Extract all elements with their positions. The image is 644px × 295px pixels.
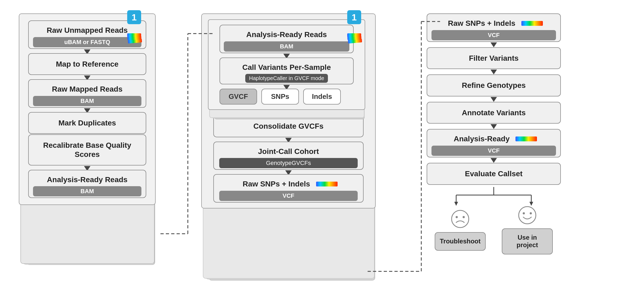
frown-icon xyxy=(451,210,470,228)
box-evaluate-callset: Evaluate Callset xyxy=(427,163,561,185)
box-annotate-variants: Annotate Variants xyxy=(427,102,561,124)
raw-snps-col3-title: Raw SNPs + Indels xyxy=(445,17,518,30)
recalibrate-title: Recalibrate Base Quality Scores xyxy=(33,139,141,161)
analysis-ready-reads-sub: BAM xyxy=(33,186,141,196)
badge-col1: 1 xyxy=(127,10,141,24)
smile-icon xyxy=(518,206,537,225)
ar-vcf-sub: VCF xyxy=(431,146,556,156)
svg-marker-5 xyxy=(529,202,533,206)
svg-point-8 xyxy=(463,216,465,218)
svg-marker-4 xyxy=(454,202,458,206)
svg-point-10 xyxy=(523,212,525,214)
box-analysis-ready-vcf: Analysis-Ready VCF xyxy=(427,129,561,157)
box-call-variants: Call Variants Per-Sample HaplotypeCaller… xyxy=(219,57,354,85)
snps-label: SNPs xyxy=(271,92,289,101)
box-analysis-ready-bam: Analysis-Ready Reads BAM xyxy=(219,25,354,53)
joint-call-sub: GenotypeGVCFs xyxy=(219,158,358,168)
diagram-container: 1 Raw Unmapped Reads uBAM or FASTQ Map t… xyxy=(0,0,644,295)
analysis-ready-reads-title: Analysis-Ready Reads xyxy=(44,173,131,186)
troubleshoot-section: Troubleshoot xyxy=(435,210,486,251)
troubleshoot-label: Troubleshoot xyxy=(437,235,484,247)
rainbow-bar-ar xyxy=(515,136,537,141)
box-raw-mapped: Raw Mapped Reads BAM xyxy=(28,79,146,108)
box-mark-duplicates: Mark Duplicates xyxy=(28,112,146,134)
rainbow-bar-col2 xyxy=(316,182,338,186)
filter-variants-title: Filter Variants xyxy=(466,52,522,65)
raw-snps-col3-sub: VCF xyxy=(431,30,556,40)
evaluate-callset-title: Evaluate Callset xyxy=(462,167,526,181)
raw-mapped-sub: BAM xyxy=(33,96,141,106)
col3-refinement: Raw SNPs + Indels VCF Filter Variants Re… xyxy=(419,13,569,254)
raw-snps-col2-sub: VCF xyxy=(219,191,358,201)
raw-unmapped-title: Raw Unmapped Reads xyxy=(43,24,131,37)
badge-col2: 1 xyxy=(347,10,361,24)
box-use-in-project[interactable]: Use in project xyxy=(502,228,553,255)
fork-arrows xyxy=(435,187,553,206)
mark-dup-title: Mark Duplicates xyxy=(55,116,119,130)
box-map-reference: Map to Reference xyxy=(28,53,146,75)
box-joint-call: Joint-Call Cohort GenotypeGVCFs xyxy=(213,142,364,170)
raw-unmapped-sub: uBAM or FASTQ xyxy=(33,37,141,47)
box-raw-snps-col3: Raw SNPs + Indels VCF xyxy=(427,13,561,42)
col2-variant-calling: 1 Analysis-Ready Reads BAM xyxy=(193,13,386,208)
map-reference-title: Map to Reference xyxy=(53,57,122,71)
call-variants-sub: HaplotypeCaller in GVCF mode xyxy=(245,74,328,83)
use-in-project-section: Use in project xyxy=(502,206,553,255)
svg-point-6 xyxy=(452,210,469,228)
box-troubleshoot[interactable]: Troubleshoot xyxy=(435,232,486,251)
rainbow-bar-col3 xyxy=(521,21,543,26)
raw-snps-col2-title: Raw SNPs + Indels xyxy=(239,177,313,191)
box-snps: SNPs xyxy=(261,89,299,105)
box-raw-snps-vcf-col2: Raw SNPs + Indels VCF xyxy=(213,174,364,203)
ar-vcf-title: Analysis-Ready xyxy=(451,132,513,146)
call-variants-title: Call Variants Per-Sample xyxy=(239,61,334,74)
joint-call-title: Joint-Call Cohort xyxy=(255,145,322,158)
box-indels: Indels xyxy=(303,89,341,105)
svg-point-9 xyxy=(519,207,536,224)
box-filter-variants: Filter Variants xyxy=(427,47,561,69)
consolidate-title: Consolidate GVCFs xyxy=(250,120,327,133)
box-analysis-ready-reads: Analysis-Ready Reads BAM xyxy=(28,170,146,198)
col1-preprocess: 1 Raw Unmapped Reads uBAM or FASTQ Map t… xyxy=(11,13,166,205)
annotate-variants-title: Annotate Variants xyxy=(459,106,529,120)
indels-label: Indels xyxy=(312,92,332,101)
ar-bam-title: Analysis-Ready Reads xyxy=(243,28,330,41)
use-in-project-label: Use in project xyxy=(504,232,550,251)
refine-genotypes-title: Refine Genotypes xyxy=(459,79,529,92)
box-recalibrate: Recalibrate Base Quality Scores xyxy=(28,134,146,165)
svg-point-11 xyxy=(530,212,532,214)
ar-bam-sub: BAM xyxy=(224,41,349,52)
svg-point-7 xyxy=(456,216,458,218)
box-refine-genotypes: Refine Genotypes xyxy=(427,74,561,96)
gvcf-label: GVCF xyxy=(229,92,248,101)
raw-mapped-title: Raw Mapped Reads xyxy=(49,82,126,96)
box-gvcf: GVCF xyxy=(219,89,257,105)
